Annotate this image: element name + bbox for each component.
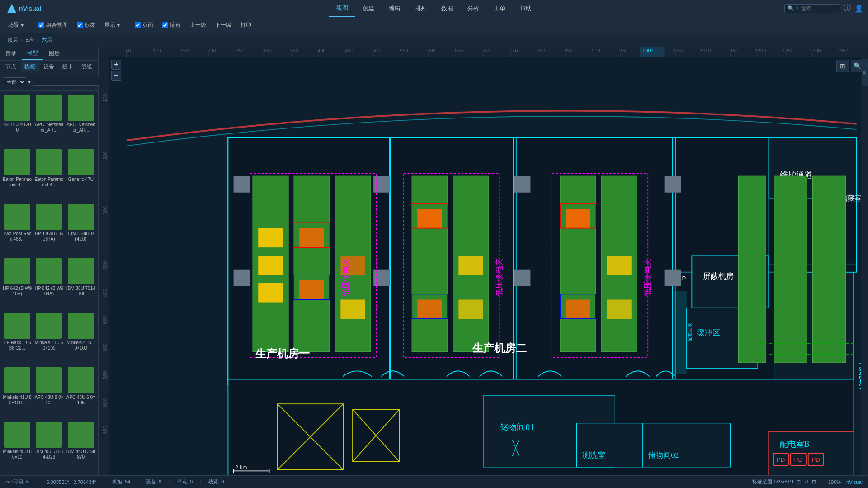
svg-text:950: 950 [619, 48, 627, 53]
filter-search-input[interactable] [33, 78, 99, 86]
svg-text:1300: 1300 [810, 48, 821, 53]
toolbar-label-标签: 标签 [85, 21, 95, 29]
toolbar-item-页面[interactable]: 页面 [131, 20, 157, 30]
toolbar-check-页面[interactable] [135, 22, 141, 28]
toolbar-item-标签[interactable]: 标签 [73, 20, 99, 30]
bc-item-顶层[interactable]: 顶层 [7, 36, 18, 44]
model-item-16[interactable]: APC 48U 8 0×102 [33, 365, 64, 419]
nav-item-编辑[interactable]: 编辑 [382, 0, 408, 17]
nav-item-视图[interactable]: 视图 [329, 0, 355, 17]
stat-icon2[interactable]: ↺ [804, 479, 808, 485]
toolbar-item-打印[interactable]: 打印 [237, 20, 255, 30]
model-item-7[interactable]: HP 11648 (H6J87A) [33, 202, 64, 256]
search-canvas-btn[interactable]: 🔍 [851, 60, 863, 72]
model-item-12[interactable]: HP Rack 1 0636 G2... [2, 311, 33, 365]
toolbar-item-缩放[interactable]: 缩放 [159, 20, 184, 30]
model-item-10[interactable]: HP 642 (B W904A) [33, 256, 64, 310]
toolbar-label-组合视图: 组合视图 [46, 21, 68, 29]
nav-item-分析[interactable]: 分析 [460, 0, 486, 17]
model-item-19[interactable]: IBM 40U 3 584-D23 [33, 420, 64, 474]
bc-sep-2: › [37, 37, 39, 43]
panel-tab-目录[interactable]: 目录 [0, 47, 22, 60]
nav-item-数据[interactable]: 数据 [434, 0, 460, 17]
svg-rect-24 [258, 228, 283, 247]
svg-text:300: 300 [102, 206, 108, 214]
model-item-8[interactable]: IBM DS8810 (42U) [66, 202, 96, 256]
svg-text:500: 500 [102, 344, 108, 352]
panel-tab-模型[interactable]: 模型 [22, 47, 43, 60]
model-item-1[interactable]: APC_Netshelter_AR... [33, 93, 64, 147]
model-item-13[interactable]: Minkels 41U 60×100 [33, 311, 64, 365]
floor-plan-svg[interactable]: PD PD PD [99, 47, 868, 475]
svg-rect-14 [642, 423, 730, 467]
model-item-4[interactable]: Eaton Paramount 4... [33, 147, 64, 201]
toolbar-check-缩放[interactable] [162, 22, 168, 28]
svg-text:450: 450 [102, 316, 108, 324]
svg-text:600: 600 [102, 398, 108, 407]
nav-item-帮助[interactable]: 帮助 [513, 0, 539, 17]
nav-item-排列[interactable]: 排列 [408, 0, 434, 17]
svg-text:1250: 1250 [783, 48, 793, 53]
toolbar-item-下一级[interactable]: 下一级 [212, 20, 235, 30]
nav-item-创建[interactable]: 创建 [355, 0, 382, 17]
model-item-18[interactable]: Minkels 48U 80×10 [2, 420, 33, 474]
svg-text:缓冲区: 缓冲区 [698, 328, 721, 337]
search-box[interactable]: 🔍 ▾ [784, 4, 840, 13]
model-label-11: IBM 36U 7014-T00 [66, 286, 95, 297]
model-label-4: Eaton Paramount 4... [34, 177, 63, 188]
toolbar-item-组合视图[interactable]: 组合视图 [35, 20, 71, 30]
toolbar-check-组合视图[interactable] [38, 22, 44, 28]
toolbar-item-显示[interactable]: 显示▾ [101, 20, 123, 30]
zoom-plus-btn[interactable]: + [111, 60, 121, 70]
svg-rect-27 [294, 176, 330, 352]
svg-rect-138 [812, 176, 845, 363]
stat-icon3[interactable]: ⊞ [812, 479, 816, 485]
model-item-14[interactable]: Minkels 41U 70×100 [66, 311, 96, 365]
panel-tab-图层[interactable]: 图层 [43, 47, 65, 60]
nav-menu: 视图创建编辑排列数据分析工单帮助 [329, 0, 539, 17]
svg-text:PD: PD [777, 456, 785, 463]
svg-rect-150 [675, 291, 687, 374]
model-item-2[interactable]: APC_Netshelter_AR... [66, 93, 96, 147]
type-tab-板卡[interactable]: 板卡 [59, 62, 77, 71]
type-tab-机柜[interactable]: 机柜 [21, 62, 39, 71]
model-label-17: APC 48U 6 0×105 [66, 395, 95, 406]
svg-text:2 km: 2 km [235, 464, 247, 471]
model-item-9[interactable]: HP 642 (B W910A) [2, 256, 33, 310]
model-item-5[interactable]: Generic 47U [66, 147, 96, 201]
stat-sep3: | [137, 479, 139, 485]
toolbar-item-场景[interactable]: 场景▾ [5, 20, 27, 30]
filter-select[interactable]: 全部 [3, 77, 26, 86]
search-input[interactable] [801, 5, 837, 12]
nav-item-工单[interactable]: 工单 [486, 0, 513, 17]
bbox-label: 标选范围 189×819 [752, 479, 793, 485]
model-item-11[interactable]: IBM 36U 7014-T00 [66, 256, 96, 310]
model-item-17[interactable]: APC 48U 6 0×105 [66, 365, 96, 419]
type-tab-设备[interactable]: 设备 [40, 62, 58, 71]
info-icon[interactable]: ⓘ [844, 4, 851, 13]
svg-text:1050: 1050 [673, 48, 684, 53]
model-item-3[interactable]: Eaton Paramount 4... [2, 147, 33, 201]
filter-dropdown-icon: ▾ [28, 79, 31, 85]
model-thumb-1 [36, 95, 62, 121]
model-label-7: HP 11648 (H6J87A) [34, 231, 63, 242]
user-icon[interactable]: 👤 [854, 4, 863, 13]
stat-icon1[interactable]: ⊡ [797, 479, 801, 485]
svg-text:低压馈电灾: 低压馈电灾 [341, 258, 350, 297]
svg-text:100: 100 [102, 94, 108, 102]
bc-item-B座[interactable]: B座 [25, 36, 34, 44]
app-name: nVisual [19, 5, 42, 12]
canvas-area[interactable]: + − ⊞ 🔍 [99, 47, 868, 475]
toolbar-item-上一级[interactable]: 上一级 [186, 20, 210, 30]
toolbar-check-标签[interactable] [77, 22, 83, 28]
type-tab-线缆[interactable]: 线缆 [78, 62, 96, 71]
model-item-6[interactable]: Two-Post Rack 463... [2, 202, 33, 256]
model-item-20[interactable]: IBM 44U D S8870 [66, 420, 96, 474]
svg-text:50: 50 [125, 48, 131, 53]
layers-btn[interactable]: ⊞ [836, 60, 849, 72]
model-item-0[interactable]: 42U 600×1200 [2, 93, 33, 147]
model-item-15[interactable]: Minkels 41U 80×100... [2, 365, 33, 419]
zoom-minus-btn[interactable]: − [111, 71, 121, 81]
type-tab-节点[interactable]: 节点 [2, 62, 20, 71]
svg-text:500: 500 [373, 48, 381, 53]
